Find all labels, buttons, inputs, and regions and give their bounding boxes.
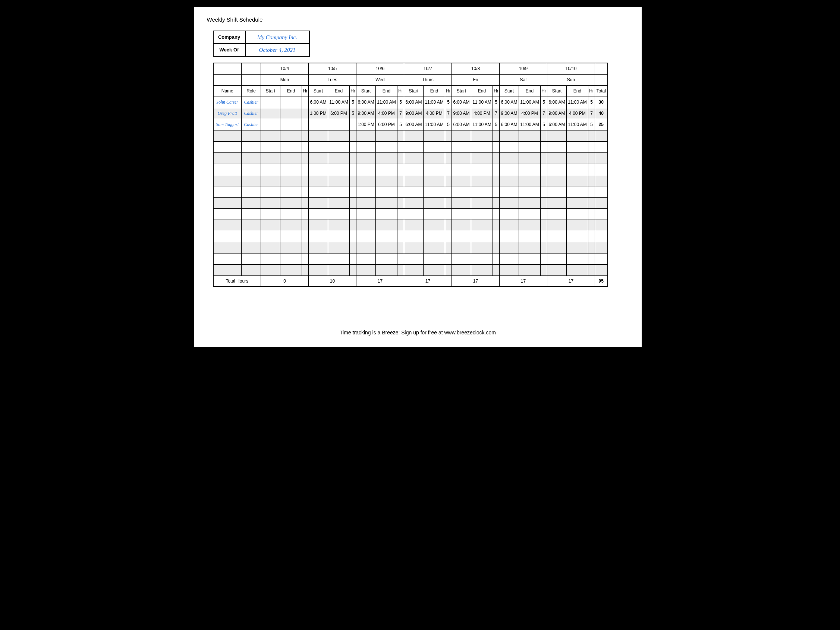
shift-hr [350,119,357,130]
shift-start [261,108,280,119]
employee-role: Cashier [242,119,261,130]
shift-hr: 5 [588,96,595,108]
col-end: End [423,85,445,96]
shift-start: 6:00 AM [452,119,471,130]
shift-end [280,119,302,130]
day-header: Sun [547,74,595,85]
shift-end [280,96,302,108]
col-start: Start [404,85,423,96]
shift-hr: 7 [398,108,404,119]
shift-hr: 5 [493,119,500,130]
shift-end: 4:00 PM [519,108,541,119]
shift-end: 11:00 AM [567,96,588,108]
date-header: 10/9 [500,63,547,74]
col-hr: Hr [302,85,309,96]
shift-hr [302,96,309,108]
col-role: Role [242,85,261,96]
company-label: Company [214,31,246,43]
week-label: Week Of [214,44,246,56]
shift-start: 1:00 PM [309,108,328,119]
shift-end: 11:00 AM [423,119,445,130]
stage: Weekly Shift Schedule Company My Company… [182,0,659,358]
table-row [213,197,608,208]
shift-start: 6:00 AM [500,119,519,130]
date-header: 10/6 [357,63,404,74]
col-end: End [471,85,493,96]
footer-text: Time tracking is a Breeze! Sign up for f… [194,330,642,335]
company-value: My Company Inc. [246,31,309,43]
col-start: Start [309,85,328,96]
shift-end [328,119,350,130]
shift-end: 6:00 PM [376,119,398,130]
shift-hr: 5 [493,96,500,108]
meta-box: Company My Company Inc. Week Of October … [213,30,310,57]
employee-name: Greg Pratt [213,108,242,119]
table-row [213,152,608,164]
employee-name: John Carter [213,96,242,108]
shift-hr: 7 [493,108,500,119]
shift-end: 11:00 AM [471,119,493,130]
day-total: 17 [404,275,452,287]
table-row: Sam TaggartCashier1:00 PM6:00 PM56:00 AM… [213,119,608,130]
shift-end: 11:00 AM [471,96,493,108]
shift-hr: 5 [398,96,404,108]
date-header: 10/10 [547,63,595,74]
col-name: Name [213,85,242,96]
col-hr: Hr [398,85,404,96]
shift-start: 9:00 AM [452,108,471,119]
day-header: Fri [452,74,500,85]
shift-hr: 7 [541,108,547,119]
table-row [213,141,608,152]
shift-end: 6:00 PM [328,108,350,119]
day-total: 10 [309,275,357,287]
day-total: 17 [357,275,404,287]
col-start: Start [261,85,280,96]
shift-hr [302,108,309,119]
day-header: Thurs [404,74,452,85]
shift-start: 9:00 AM [500,108,519,119]
col-end: End [567,85,588,96]
shift-end: 4:00 PM [471,108,493,119]
shift-end: 11:00 AM [328,96,350,108]
shift-start: 6:00 AM [500,96,519,108]
day-total: 0 [261,275,309,287]
shift-start: 6:00 AM [404,119,423,130]
employee-name: Sam Taggart [213,119,242,130]
shift-hr: 5 [541,119,547,130]
table-row [213,264,608,275]
shift-start: 9:00 AM [404,108,423,119]
col-hr: Hr [445,85,452,96]
col-start: Start [500,85,519,96]
shift-end: 4:00 PM [423,108,445,119]
day-total: 17 [452,275,500,287]
shift-end: 11:00 AM [567,119,588,130]
shift-start [261,119,280,130]
col-start: Start [452,85,471,96]
col-start: Start [547,85,567,96]
shift-hr: 5 [541,96,547,108]
shift-hr: 5 [445,96,452,108]
shift-end: 11:00 AM [519,96,541,108]
shift-hr: 5 [445,119,452,130]
shift-start: 6:00 AM [357,96,376,108]
table-row: John CarterCashier6:00 AM11:00 AM56:00 A… [213,96,608,108]
page-sheet: Weekly Shift Schedule Company My Company… [194,7,642,347]
col-hr: Hr [588,85,595,96]
col-hr: Hr [541,85,547,96]
week-value: October 4, 2021 [246,44,309,56]
total-hours-label: Total Hours [213,275,261,287]
grand-total: 95 [595,275,608,287]
shift-start: 6:00 AM [404,96,423,108]
date-header: 10/8 [452,63,500,74]
employee-total: 30 [595,96,608,108]
employee-role: Cashier [242,108,261,119]
shift-end: 4:00 PM [567,108,588,119]
table-row [213,130,608,141]
col-start: Start [357,85,376,96]
col-end: End [280,85,302,96]
col-end: End [328,85,350,96]
table-row [213,231,608,242]
day-header: Sat [500,74,547,85]
day-header: Mon [261,74,309,85]
col-total: Total [595,85,608,96]
